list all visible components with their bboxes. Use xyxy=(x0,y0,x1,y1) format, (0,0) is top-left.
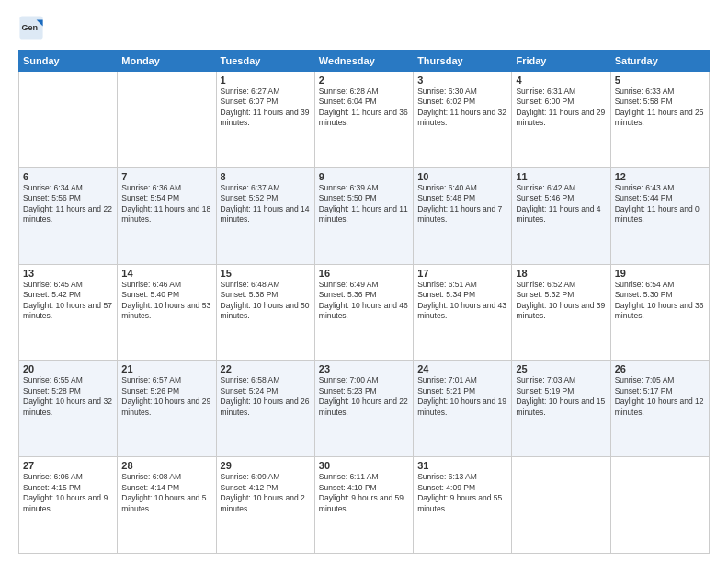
weekday-header-wednesday: Wednesday xyxy=(314,51,413,72)
calendar-cell: 2Sunrise: 6:28 AM Sunset: 6:04 PM Daylig… xyxy=(314,72,413,168)
calendar-table: SundayMondayTuesdayWednesdayThursdayFrid… xyxy=(18,50,710,554)
calendar-cell xyxy=(610,457,709,554)
day-info: Sunrise: 6:39 AM Sunset: 5:50 PM Dayligh… xyxy=(319,183,409,225)
day-info: Sunrise: 6:52 AM Sunset: 5:32 PM Dayligh… xyxy=(516,280,606,322)
day-info: Sunrise: 6:27 AM Sunset: 6:07 PM Dayligh… xyxy=(221,86,311,129)
day-number: 24 xyxy=(417,363,507,374)
day-info: Sunrise: 6:11 AM Sunset: 4:10 PM Dayligh… xyxy=(319,472,409,514)
header: Gen xyxy=(18,15,710,40)
calendar-cell: 30Sunrise: 6:11 AM Sunset: 4:10 PM Dayli… xyxy=(314,457,413,554)
day-info: Sunrise: 6:13 AM Sunset: 4:09 PM Dayligh… xyxy=(417,472,507,514)
day-info: Sunrise: 6:31 AM Sunset: 6:00 PM Dayligh… xyxy=(516,86,606,129)
calendar-cell: 6Sunrise: 6:34 AM Sunset: 5:56 PM Daylig… xyxy=(19,167,118,264)
calendar-cell: 19Sunrise: 6:54 AM Sunset: 5:30 PM Dayli… xyxy=(610,264,709,361)
calendar-cell: 5Sunrise: 6:33 AM Sunset: 5:58 PM Daylig… xyxy=(610,72,709,168)
day-info: Sunrise: 7:01 AM Sunset: 5:21 PM Dayligh… xyxy=(417,375,507,418)
day-number: 27 xyxy=(23,460,113,471)
page: Gen SundayMondayTuesdayWednesdayThursday… xyxy=(0,0,728,563)
day-number: 21 xyxy=(121,363,211,374)
day-number: 9 xyxy=(319,171,409,182)
calendar-cell: 13Sunrise: 6:45 AM Sunset: 5:42 PM Dayli… xyxy=(19,264,118,361)
day-info: Sunrise: 6:37 AM Sunset: 5:52 PM Dayligh… xyxy=(221,183,311,225)
calendar-cell: 14Sunrise: 6:46 AM Sunset: 5:40 PM Dayli… xyxy=(118,264,216,361)
day-info: Sunrise: 6:58 AM Sunset: 5:24 PM Dayligh… xyxy=(221,375,311,418)
day-info: Sunrise: 7:05 AM Sunset: 5:17 PM Dayligh… xyxy=(615,375,705,418)
weekday-header-friday: Friday xyxy=(512,51,610,72)
day-number: 2 xyxy=(319,75,409,86)
week-row-2: 6Sunrise: 6:34 AM Sunset: 5:56 PM Daylig… xyxy=(19,167,710,264)
day-info: Sunrise: 7:03 AM Sunset: 5:19 PM Dayligh… xyxy=(516,375,606,418)
calendar-cell: 26Sunrise: 7:05 AM Sunset: 5:17 PM Dayli… xyxy=(610,361,709,457)
day-number: 16 xyxy=(319,268,409,279)
day-info: Sunrise: 6:49 AM Sunset: 5:36 PM Dayligh… xyxy=(319,280,409,322)
calendar-cell: 31Sunrise: 6:13 AM Sunset: 4:09 PM Dayli… xyxy=(414,457,512,554)
logo: Gen xyxy=(18,15,46,40)
day-number: 23 xyxy=(319,363,409,374)
day-number: 22 xyxy=(221,363,311,374)
calendar-cell: 21Sunrise: 6:57 AM Sunset: 5:26 PM Dayli… xyxy=(118,361,216,457)
day-info: Sunrise: 6:42 AM Sunset: 5:46 PM Dayligh… xyxy=(516,183,606,225)
day-number: 11 xyxy=(516,171,606,182)
day-info: Sunrise: 6:34 AM Sunset: 5:56 PM Dayligh… xyxy=(23,183,113,225)
day-number: 19 xyxy=(615,268,705,279)
calendar-cell: 18Sunrise: 6:52 AM Sunset: 5:32 PM Dayli… xyxy=(512,264,610,361)
day-number: 12 xyxy=(615,171,705,182)
day-info: Sunrise: 6:43 AM Sunset: 5:44 PM Dayligh… xyxy=(615,183,705,225)
day-number: 17 xyxy=(417,268,507,279)
weekday-header-sunday: Sunday xyxy=(19,51,118,72)
day-number: 30 xyxy=(319,460,409,471)
day-info: Sunrise: 6:30 AM Sunset: 6:02 PM Dayligh… xyxy=(417,86,507,129)
day-number: 7 xyxy=(121,171,211,182)
day-number: 15 xyxy=(221,268,311,279)
day-number: 20 xyxy=(23,363,113,374)
calendar-cell: 28Sunrise: 6:08 AM Sunset: 4:14 PM Dayli… xyxy=(118,457,216,554)
day-number: 26 xyxy=(615,363,705,374)
day-info: Sunrise: 7:00 AM Sunset: 5:23 PM Dayligh… xyxy=(319,375,409,418)
calendar-cell: 10Sunrise: 6:40 AM Sunset: 5:48 PM Dayli… xyxy=(414,167,512,264)
day-number: 8 xyxy=(221,171,311,182)
weekday-header-tuesday: Tuesday xyxy=(216,51,314,72)
week-row-1: 1Sunrise: 6:27 AM Sunset: 6:07 PM Daylig… xyxy=(19,72,710,168)
calendar-cell: 24Sunrise: 7:01 AM Sunset: 5:21 PM Dayli… xyxy=(414,361,512,457)
calendar-cell: 3Sunrise: 6:30 AM Sunset: 6:02 PM Daylig… xyxy=(414,72,512,168)
calendar-cell: 15Sunrise: 6:48 AM Sunset: 5:38 PM Dayli… xyxy=(216,264,314,361)
day-number: 31 xyxy=(417,460,507,471)
calendar-cell: 9Sunrise: 6:39 AM Sunset: 5:50 PM Daylig… xyxy=(314,167,413,264)
day-info: Sunrise: 6:48 AM Sunset: 5:38 PM Dayligh… xyxy=(221,280,311,322)
day-info: Sunrise: 6:09 AM Sunset: 4:12 PM Dayligh… xyxy=(221,472,311,514)
svg-text:Gen: Gen xyxy=(22,23,39,32)
day-info: Sunrise: 6:08 AM Sunset: 4:14 PM Dayligh… xyxy=(121,472,211,514)
day-number: 14 xyxy=(121,268,211,279)
day-info: Sunrise: 6:36 AM Sunset: 5:54 PM Dayligh… xyxy=(121,183,211,225)
weekday-header-thursday: Thursday xyxy=(414,51,512,72)
calendar-cell: 29Sunrise: 6:09 AM Sunset: 4:12 PM Dayli… xyxy=(216,457,314,554)
calendar-cell: 4Sunrise: 6:31 AM Sunset: 6:00 PM Daylig… xyxy=(512,72,610,168)
day-number: 4 xyxy=(516,75,606,86)
day-number: 18 xyxy=(516,268,606,279)
day-info: Sunrise: 6:28 AM Sunset: 6:04 PM Dayligh… xyxy=(319,86,409,129)
calendar-cell: 1Sunrise: 6:27 AM Sunset: 6:07 PM Daylig… xyxy=(216,72,314,168)
calendar-cell xyxy=(512,457,610,554)
calendar-cell xyxy=(19,72,118,168)
calendar-cell: 7Sunrise: 6:36 AM Sunset: 5:54 PM Daylig… xyxy=(118,167,216,264)
day-number: 25 xyxy=(516,363,606,374)
day-number: 28 xyxy=(121,460,211,471)
day-info: Sunrise: 6:06 AM Sunset: 4:15 PM Dayligh… xyxy=(23,472,113,514)
day-info: Sunrise: 6:40 AM Sunset: 5:48 PM Dayligh… xyxy=(417,183,507,225)
weekday-header-saturday: Saturday xyxy=(610,51,709,72)
calendar-cell: 16Sunrise: 6:49 AM Sunset: 5:36 PM Dayli… xyxy=(314,264,413,361)
calendar-cell: 25Sunrise: 7:03 AM Sunset: 5:19 PM Dayli… xyxy=(512,361,610,457)
day-info: Sunrise: 6:51 AM Sunset: 5:34 PM Dayligh… xyxy=(417,280,507,322)
weekday-header-monday: Monday xyxy=(118,51,216,72)
calendar-cell: 22Sunrise: 6:58 AM Sunset: 5:24 PM Dayli… xyxy=(216,361,314,457)
week-row-5: 27Sunrise: 6:06 AM Sunset: 4:15 PM Dayli… xyxy=(19,457,710,554)
day-info: Sunrise: 6:45 AM Sunset: 5:42 PM Dayligh… xyxy=(23,280,113,322)
calendar-cell: 8Sunrise: 6:37 AM Sunset: 5:52 PM Daylig… xyxy=(216,167,314,264)
calendar-cell xyxy=(118,72,216,168)
day-number: 3 xyxy=(417,75,507,86)
day-number: 5 xyxy=(615,75,705,86)
week-row-4: 20Sunrise: 6:55 AM Sunset: 5:28 PM Dayli… xyxy=(19,361,710,457)
day-info: Sunrise: 6:33 AM Sunset: 5:58 PM Dayligh… xyxy=(615,86,705,129)
weekday-header-row: SundayMondayTuesdayWednesdayThursdayFrid… xyxy=(19,51,710,72)
calendar-cell: 12Sunrise: 6:43 AM Sunset: 5:44 PM Dayli… xyxy=(610,167,709,264)
